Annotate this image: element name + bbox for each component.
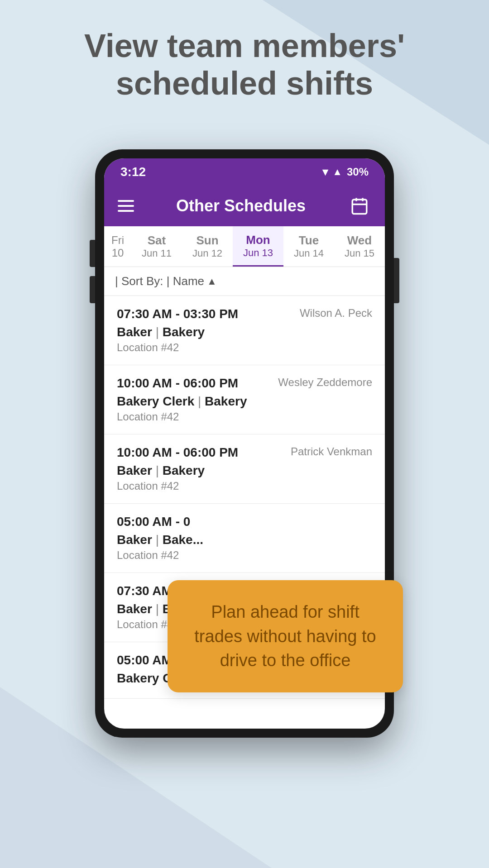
svg-rect-0 (352, 200, 367, 214)
volume-down-button (90, 276, 95, 303)
shift-card-4[interactable]: 05:00 AM - 0 Baker | Bake... Location #4… (104, 504, 385, 573)
calendar-button[interactable] (348, 194, 371, 218)
tab-tue[interactable]: Tue Jun 14 (283, 226, 334, 267)
status-bar: 3:12 ▾ ▲ 30% (104, 158, 385, 186)
shift-employee-1: Wilson A. Peck (300, 307, 372, 320)
app-header: Other Schedules (104, 186, 385, 226)
shift-location-4: Location #42 (117, 549, 372, 562)
shift-employee-2: Wesley Zeddemore (278, 376, 372, 389)
shift-role-1: Baker | Bakery (117, 325, 372, 339)
shift-time-1: 07:30 AM - 03:30 PM (117, 307, 238, 321)
status-time: 3:12 (120, 165, 146, 179)
tooltip-text: Plan ahead for shift trades without havi… (194, 602, 376, 669)
sort-arrow-icon: ▲ (207, 276, 217, 287)
status-icons: ▾ ▲ 30% (322, 166, 369, 178)
shift-role-3: Baker | Bakery (117, 463, 372, 478)
menu-button[interactable] (118, 200, 134, 212)
shift-card-3[interactable]: 10:00 AM - 06:00 PM Patrick Venkman Bake… (104, 434, 385, 504)
calendar-icon (350, 196, 369, 215)
signal-icon: ▲ (332, 166, 342, 178)
shift-card-1[interactable]: 07:30 AM - 03:30 PM Wilson A. Peck Baker… (104, 296, 385, 365)
shift-role-4: Baker | Bake... (117, 533, 372, 547)
phone-mockup: 3:12 ▾ ▲ 30% Other Schedules (95, 149, 394, 738)
header-title: Other Schedules (176, 196, 306, 215)
power-button (394, 258, 399, 303)
shift-employee-3: Patrick Venkman (291, 445, 372, 458)
tab-mon[interactable]: Mon Jun 13 (233, 226, 283, 267)
shift-time-3: 10:00 AM - 06:00 PM (117, 445, 238, 460)
shift-location-1: Location #42 (117, 341, 372, 354)
shift-role-2: Bakery Clerk | Bakery (117, 394, 372, 409)
tab-sun[interactable]: Sun Jun 12 (182, 226, 233, 267)
shift-time-4: 05:00 AM - 0 (117, 515, 190, 529)
sort-label: | Sort By: | Name (115, 274, 204, 288)
tab-partial-fri[interactable]: Fri 10 (104, 226, 131, 267)
shift-location-3: Location #42 (117, 480, 372, 492)
sort-bar[interactable]: | Sort By: | Name ▲ (104, 267, 385, 296)
page-title: View team members' scheduled shifts (0, 27, 489, 102)
shift-card-2[interactable]: 10:00 AM - 06:00 PM Wesley Zeddemore Bak… (104, 365, 385, 434)
volume-up-button (90, 240, 95, 267)
shift-time-2: 10:00 AM - 06:00 PM (117, 376, 238, 391)
battery-indicator: 30% (347, 166, 369, 178)
tab-sat[interactable]: Sat Jun 11 (131, 226, 182, 267)
wifi-icon: ▾ (322, 166, 328, 178)
tooltip-callout: Plan ahead for shift trades without havi… (168, 580, 403, 692)
tab-wed[interactable]: Wed Jun 15 (334, 226, 385, 267)
shift-location-2: Location #42 (117, 410, 372, 423)
day-tabs: Fri 10 Sat Jun 11 Sun Jun 12 Mon Jun 13 (104, 226, 385, 267)
